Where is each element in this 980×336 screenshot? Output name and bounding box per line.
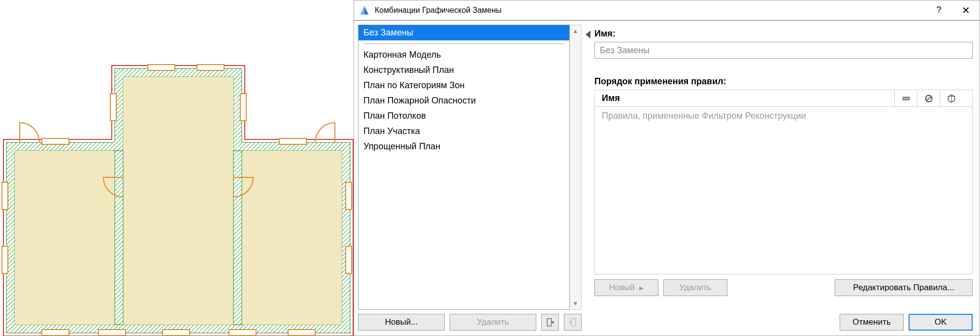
svg-rect-15: [346, 182, 352, 209]
rules-list[interactable]: Имя Правила, примененные Фильтром Реконс…: [594, 90, 973, 274]
cancel-button[interactable]: Отменить: [840, 314, 904, 331]
name-input[interactable]: [594, 42, 973, 59]
help-button[interactable]: ?: [925, 0, 952, 20]
svg-rect-10: [288, 330, 315, 336]
chevron-right-icon: ▸: [639, 283, 644, 293]
list-item-selected[interactable]: Без Замены: [359, 25, 569, 40]
list-item[interactable]: План Потолков: [359, 108, 569, 124]
delete-combination-button[interactable]: Удалить: [450, 314, 536, 331]
list-item[interactable]: План Пожарной Опасности: [359, 93, 569, 108]
svg-rect-16: [346, 246, 352, 273]
line-style-icon: [901, 94, 911, 103]
pane-splitter[interactable]: [586, 21, 590, 336]
new-rule-button[interactable]: Новый ▸: [594, 279, 658, 296]
list-item[interactable]: Конструктивный План: [359, 63, 569, 78]
list-item[interactable]: План по Категориям Зон: [359, 78, 569, 93]
dialog-titlebar[interactable]: Комбинации Графической Замены ? ✕: [354, 0, 980, 20]
close-button[interactable]: ✕: [952, 0, 980, 20]
scroll-up-icon[interactable]: ▲: [570, 25, 581, 37]
dialog-title: Комбинации Графической Замены: [375, 6, 925, 15]
svg-rect-7: [98, 330, 126, 336]
svg-rect-3: [233, 151, 242, 325]
delete-rule-button[interactable]: Удалить: [663, 279, 727, 296]
list-separator: [363, 43, 564, 44]
svg-rect-14: [2, 246, 8, 273]
rules-col-spacer: [962, 90, 972, 106]
svg-rect-13: [2, 182, 8, 209]
svg-marker-20: [360, 6, 364, 14]
svg-rect-9: [229, 330, 256, 336]
new-combination-button[interactable]: Новый...: [358, 314, 445, 331]
details-pane: Имя: Порядок применения правил: Имя: [590, 21, 980, 336]
rules-order-label: Порядок применения правил:: [594, 76, 973, 87]
name-label: Имя:: [594, 29, 973, 39]
rules-col-surface[interactable]: [940, 90, 962, 106]
svg-rect-12: [197, 65, 224, 70]
rules-header: Имя: [595, 90, 972, 107]
scroll-down-icon[interactable]: ▼: [570, 298, 581, 309]
svg-rect-6: [42, 330, 69, 336]
rules-col-name[interactable]: Имя: [595, 90, 894, 106]
list-scrollbar[interactable]: ▲ ▼: [570, 25, 582, 310]
edit-rules-button[interactable]: Редактировать Правила...: [835, 279, 973, 296]
fill-style-icon: [924, 94, 934, 103]
export-button[interactable]: [564, 314, 582, 331]
svg-rect-4: [42, 138, 69, 144]
collapse-left-icon: [586, 31, 590, 38]
ok-button[interactable]: OK: [909, 314, 973, 331]
floor-plan-canvas: [0, 0, 354, 336]
svg-rect-2: [115, 151, 123, 325]
import-button[interactable]: [541, 314, 559, 331]
svg-rect-5: [279, 138, 306, 144]
graphic-override-combinations-dialog: Комбинации Графической Замены ? ✕ Без За…: [354, 0, 980, 336]
app-icon: [359, 5, 370, 16]
list-item[interactable]: Упрощенный План: [359, 139, 569, 154]
import-icon: [545, 317, 555, 327]
list-item[interactable]: План Участка: [359, 124, 569, 139]
rules-placeholder: Правила, примененные Фильтром Реконструк…: [595, 107, 972, 274]
surface-icon: [947, 94, 956, 103]
svg-rect-8: [163, 330, 190, 336]
combinations-list[interactable]: Без Замены Картонная Модель Конструктивн…: [358, 25, 570, 310]
rules-col-fill[interactable]: [917, 90, 940, 106]
combinations-pane: Без Замены Картонная Модель Конструктивн…: [354, 21, 586, 336]
export-icon: [568, 317, 578, 327]
list-item[interactable]: Картонная Модель: [359, 47, 569, 63]
rules-col-line[interactable]: [894, 90, 917, 106]
svg-rect-11: [148, 65, 175, 70]
svg-rect-18: [240, 94, 246, 121]
svg-rect-17: [110, 94, 116, 121]
